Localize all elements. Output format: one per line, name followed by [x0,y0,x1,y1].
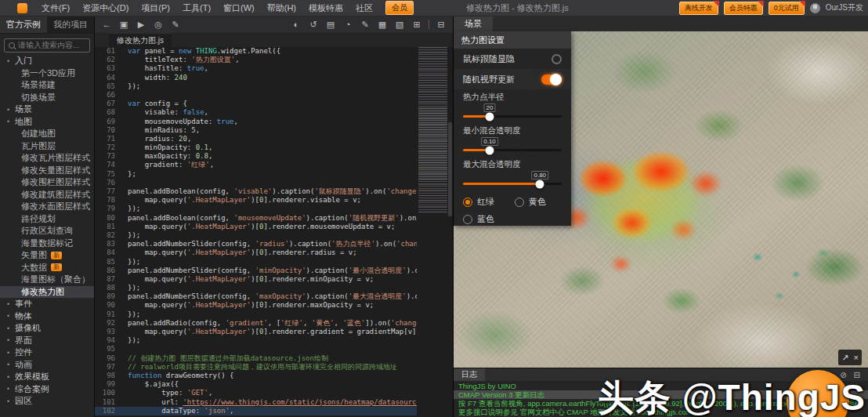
code-line[interactable]: 86panel.addNumberSlider(config, 'minOpac… [95,267,417,275]
toggle-off[interactable] [552,54,562,64]
menu-item[interactable]: 窗口(W) [217,2,261,14]
tab-scene[interactable]: 场景 [454,16,493,31]
code-line[interactable]: 93 map.query('.HeatMapLayer')[0].rendere… [95,328,417,336]
menu-item[interactable]: 社区 [349,2,379,14]
code-line[interactable]: 78 map.query('.HeatMapLayer')[0].rendere… [95,196,417,205]
tab-my-projects[interactable]: 我的项目 [47,16,94,33]
user-name[interactable]: OurJS开发 [826,2,863,13]
tree-item[interactable]: 修改围栏图层样式 [0,176,94,189]
code-line[interactable]: 76 [95,179,417,187]
popout-icon[interactable]: ↗ [841,350,848,365]
code-line[interactable]: 99 $.ajax({ [95,380,417,389]
code-line[interactable]: 97// realworld项目需要注意跨域问题，建议使用与部署环境完全相同的同… [95,363,417,372]
slider-thumb[interactable] [536,179,544,188]
back-icon[interactable]: ← [98,16,115,33]
code-line[interactable]: 77panel.addBoolean(config, 'visable').ca… [95,187,417,196]
globe-icon[interactable]: ◔ [339,16,356,33]
code-line[interactable]: 75}; [95,170,417,179]
promo-button[interactable]: 0元试用 [769,2,805,15]
tree-category[interactable]: •园区 [0,395,94,408]
slider-track[interactable] [463,183,562,185]
slider-track[interactable] [463,115,562,118]
tree-item[interactable]: 海量图标（聚合） [0,274,94,286]
save-icon[interactable]: ▣ [115,16,132,33]
code-line[interactable]: 64 width: 240 [95,74,417,82]
tree-item[interactable]: 第一个3D应用 [0,67,94,80]
slider-track[interactable] [463,149,562,151]
tab-official-examples[interactable]: 官方示例 [0,16,47,33]
promo-button[interactable]: 离线开发 [679,2,718,15]
code-line[interactable]: 67var config = { [95,100,417,108]
tree-item[interactable]: 矢量图新 [0,249,94,262]
code-line[interactable]: 83panel.addNumberSlider(config, 'radius'… [95,240,417,248]
tree-item[interactable]: 修改水面图层样式 [0,201,94,213]
code-line[interactable]: 94}); [95,336,417,345]
code-line[interactable]: 61var panel = new THING.widget.Panel({ [95,47,417,56]
code-line[interactable]: 90 map.query('.HeatMapLayer')[0].rendere… [95,301,417,310]
promo-button[interactable]: 会员特惠 [724,2,763,15]
code-line[interactable]: 92panel.addRadio(config, 'gradient', ['红… [95,319,417,328]
code-line[interactable]: 96// 创建热力图 图层数据通过外部加载datasource.json绘制 [95,354,417,363]
slider-thumb[interactable] [486,112,494,121]
code-line[interactable]: 72 minOpacity: 0.1, [95,143,417,152]
code-line[interactable]: 66 [95,91,417,100]
file-tab[interactable]: 修改热力图.js [109,33,172,47]
tree-item[interactable]: 场景搭建 [0,79,94,92]
tree-item[interactable]: 切换场景 [0,92,94,104]
code-line[interactable]: 87 map.query('.HeatMapLayer')[0].rendere… [95,275,417,284]
tree-category[interactable]: •事件 [0,298,94,310]
tree-category[interactable]: •控件 [0,346,94,359]
grid-icon[interactable]: ⊞ [408,16,425,33]
code-line[interactable]: 80panel.addBoolean(config, 'mousemoveUpd… [95,214,417,223]
search-icon[interactable]: ◎ [150,16,167,33]
code-line[interactable]: 101 url: 'https://www.thingjs.com/static… [95,398,417,407]
code-line[interactable]: 81 map.query('.HeatMapLayer')[0].rendere… [95,223,417,231]
slider-thumb[interactable] [486,146,494,154]
vip-button[interactable]: 会员 [385,1,414,15]
tree-category[interactable]: •入门 [0,55,94,67]
snapshot-icon[interactable]: ▦ [374,16,391,33]
code-line[interactable]: 100 type: 'GET', [95,389,417,397]
menu-item[interactable]: 帮助(H) [261,2,302,14]
code-line[interactable]: 79}); [95,205,417,213]
menu-item[interactable]: 模板特惠 [302,2,349,14]
menu-item[interactable]: 项目(P) [135,2,176,14]
tree-item[interactable]: 修改热力图 [0,286,94,299]
preview-icon[interactable]: ◐ [288,16,305,33]
thingjs-logo-icon[interactable] [17,3,27,13]
tab-log[interactable]: 日志 [454,368,485,381]
tree-item[interactable]: 大数据新 [0,262,94,274]
run-icon[interactable]: ▶ [132,16,150,33]
tree-item[interactable]: 海量数据标记 [0,238,94,250]
minimap-viewport[interactable] [418,108,447,180]
menu-item[interactable]: 文件(F) [35,2,76,14]
code-line[interactable]: 95 [95,345,417,354]
minimap[interactable] [418,47,447,213]
code-line[interactable]: 84 map.query('.HeatMapLayer')[0].rendere… [95,248,417,257]
code-area[interactable]: 61var panel = new THING.widget.Panel({62… [95,47,417,417]
radio-option[interactable]: 黄色 [515,196,546,208]
tree-item[interactable]: 创建地图 [0,128,94,140]
code-line[interactable]: 98function drawGeometry() { [95,372,417,380]
user-avatar[interactable] [810,3,820,13]
code-line[interactable]: 91}); [95,310,417,319]
menu-item[interactable]: 资源中心(D) [76,2,135,14]
format-icon[interactable]: ✎ [167,16,184,33]
code-line[interactable]: 89panel.addNumberSlider(config, 'maxOpac… [95,292,417,301]
search-input[interactable]: 请输入搜索内容... [4,38,90,53]
docs-icon[interactable]: ▤ [322,16,339,33]
editor-scrollbar[interactable] [447,47,453,417]
tree-category[interactable]: •物体 [0,310,94,323]
code-line[interactable]: 71 radius: 20, [95,135,417,143]
panel-title[interactable]: 热力图设置 [454,31,571,49]
tree-item[interactable]: 修改建筑图层样式 [0,189,94,201]
code-line[interactable]: 65}); [95,82,417,91]
code-line[interactable]: 85}); [95,258,417,267]
code-line[interactable]: 68 visable: false, [95,108,417,117]
code-line[interactable]: 62 titleText: '热力图设置', [95,56,417,64]
tree-category[interactable]: •地图 [0,116,94,129]
layout-icon[interactable]: ⊟ [432,16,450,33]
tree-item[interactable]: 修改瓦片图层样式 [0,152,94,165]
tree-category[interactable]: •摄像机 [0,322,94,335]
tree-item[interactable]: 修改矢量图层样式 [0,165,94,177]
